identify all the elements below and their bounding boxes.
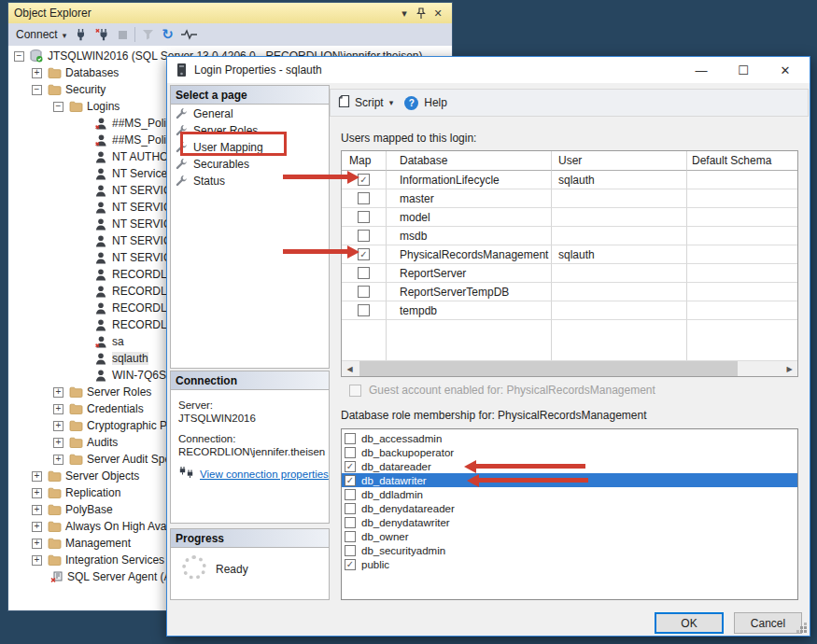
- tree-item-audits[interactable]: +Audits: [53, 434, 118, 451]
- table-cell[interactable]: [687, 283, 797, 301]
- table-cell[interactable]: [687, 227, 797, 245]
- checked-checkbox[interactable]: ✓: [345, 475, 356, 486]
- page-item-status[interactable]: Status: [176, 173, 225, 189]
- table-cell[interactable]: msdb: [387, 227, 552, 245]
- collapse-icon[interactable]: −: [53, 102, 63, 112]
- expand-icon[interactable]: +: [32, 555, 42, 566]
- expand-icon[interactable]: +: [53, 421, 63, 431]
- tree-item-integration-services[interactable]: +Integration Services: [32, 552, 164, 568]
- tree-item-server-roles[interactable]: +Server Roles: [53, 384, 151, 400]
- role-row-db-ddladmin[interactable]: db_ddladmin: [342, 487, 797, 501]
- close-button[interactable]: ✕: [770, 59, 800, 81]
- help-button[interactable]: Help: [424, 96, 447, 109]
- table-cell[interactable]: [687, 301, 797, 320]
- resize-grip[interactable]: [804, 630, 807, 633]
- unchecked-checkbox[interactable]: [345, 433, 356, 444]
- user-mapping-table[interactable]: MapDatabaseUserDefault Schema✓Informatio…: [341, 150, 798, 377]
- table-cell[interactable]: ReportServerTempDB: [387, 283, 552, 301]
- table-row-model[interactable]: model: [342, 208, 797, 227]
- cancel-button[interactable]: Cancel: [734, 612, 802, 634]
- close-icon[interactable]: ✕: [430, 6, 446, 21]
- expand-icon[interactable]: +: [32, 505, 42, 515]
- table-cell[interactable]: master: [387, 189, 552, 208]
- expand-icon[interactable]: +: [32, 522, 42, 532]
- tree-item-nt-service-m[interactable]: NT Service\M: [77, 165, 179, 182]
- table-cell[interactable]: [687, 208, 797, 227]
- tree-item-cryptographic-p[interactable]: +Cryptographic P: [53, 417, 167, 434]
- table-cell[interactable]: [552, 227, 687, 245]
- table-row-msdb[interactable]: msdb: [342, 227, 797, 245]
- table-cell[interactable]: model: [387, 208, 552, 227]
- role-row-db-denydatareader[interactable]: db_denydatareader: [342, 501, 797, 515]
- tree-item-replication[interactable]: +Replication: [32, 484, 120, 501]
- table-cell[interactable]: tempdb: [387, 301, 552, 320]
- maximize-button[interactable]: ☐: [728, 59, 758, 81]
- activity-monitor-icon[interactable]: [177, 25, 201, 45]
- help-icon[interactable]: ?: [404, 96, 418, 110]
- expand-icon[interactable]: +: [53, 438, 63, 448]
- unchecked-checkbox[interactable]: [345, 545, 356, 556]
- role-row-db-backupoperator[interactable]: db_backupoperator: [342, 445, 797, 459]
- table-row-reportserver[interactable]: ReportServer: [342, 264, 797, 283]
- table-cell[interactable]: [687, 189, 797, 208]
- tree-item-win-7q6sh8[interactable]: WIN-7Q6SH8: [77, 367, 180, 384]
- unchecked-checkbox[interactable]: [345, 503, 356, 514]
- expand-icon[interactable]: +: [32, 539, 42, 549]
- expand-icon[interactable]: +: [32, 488, 42, 498]
- unchecked-checkbox[interactable]: [345, 517, 356, 528]
- tree-item-server-audit-spe[interactable]: +Server Audit Spe: [53, 451, 171, 468]
- table-row-physicalrecordsmanagement[interactable]: ✓PhysicalRecordsManagementsqlauth: [342, 245, 797, 264]
- refresh-icon[interactable]: ↻: [158, 25, 177, 45]
- table-row-reportservertempdb[interactable]: ReportServerTempDB: [342, 283, 797, 301]
- window-position-chevron-icon[interactable]: ▾: [396, 6, 413, 21]
- tree-item-credentials[interactable]: +Credentials: [53, 400, 144, 417]
- table-row-master[interactable]: master: [342, 189, 797, 208]
- tree-item-server-objects[interactable]: +Server Objects: [32, 468, 139, 484]
- table-cell[interactable]: PhysicalRecordsManagement: [387, 245, 552, 264]
- collapse-icon[interactable]: −: [14, 51, 24, 62]
- tree-item-management[interactable]: +Management: [32, 535, 131, 552]
- connect-button[interactable]: Connect ▾: [12, 25, 70, 45]
- scroll-left-icon[interactable]: ◀: [342, 361, 358, 377]
- expand-icon[interactable]: +: [32, 471, 42, 482]
- table-cell[interactable]: ReportServer: [387, 264, 552, 283]
- table-cell[interactable]: sqlauth: [552, 171, 687, 189]
- tree-item-sql-server-agent-a[interactable]: SQL Server Agent (A: [32, 568, 172, 585]
- expand-icon[interactable]: +: [53, 455, 63, 465]
- unchecked-checkbox[interactable]: [345, 531, 356, 542]
- tree-item-sa[interactable]: sa: [77, 333, 124, 350]
- scrollbar-thumb[interactable]: [359, 361, 738, 377]
- script-button[interactable]: Script: [355, 96, 384, 109]
- role-row-db-securityadmin[interactable]: db_securityadmin: [342, 543, 797, 557]
- unchecked-checkbox[interactable]: [358, 192, 370, 204]
- unchecked-checkbox[interactable]: [345, 447, 356, 458]
- tree-item-sqlauth[interactable]: sqlauth: [77, 350, 148, 367]
- minimize-button[interactable]: —: [686, 59, 716, 81]
- tree-item-databases[interactable]: +Databases: [32, 64, 119, 81]
- unchecked-checkbox[interactable]: [358, 230, 370, 242]
- table-cell[interactable]: [552, 264, 687, 283]
- table-cell[interactable]: sqlauth: [552, 245, 687, 264]
- ok-button[interactable]: OK: [655, 612, 724, 634]
- table-cell[interactable]: [687, 171, 797, 189]
- table-cell[interactable]: [552, 189, 687, 208]
- table-cell[interactable]: InformationLifecycle: [387, 171, 552, 189]
- page-item-securables[interactable]: Securables: [176, 156, 249, 173]
- tree-item-ms-policy[interactable]: ##MS_Policy: [77, 115, 177, 132]
- checked-checkbox[interactable]: ✓: [345, 559, 356, 570]
- tree-item-security[interactable]: −Security: [32, 81, 106, 98]
- connect-plug-icon[interactable]: [70, 25, 92, 45]
- role-row-db-accessadmin[interactable]: db_accessadmin: [342, 431, 797, 445]
- table-row-informationlifecycle[interactable]: ✓InformationLifecyclesqlauth: [342, 171, 797, 189]
- collapse-icon[interactable]: −: [32, 85, 42, 95]
- horizontal-scrollbar[interactable]: ◀▶: [342, 360, 797, 376]
- table-row-tempdb[interactable]: tempdb: [342, 301, 797, 320]
- unchecked-checkbox[interactable]: [358, 211, 370, 223]
- unchecked-checkbox[interactable]: [358, 304, 370, 316]
- expand-icon[interactable]: +: [53, 404, 63, 414]
- disconnect-plug-icon[interactable]: [92, 25, 114, 45]
- view-connection-properties-link[interactable]: View connection properties: [200, 469, 329, 480]
- tree-item-nt-author[interactable]: NT AUTHOR: [77, 148, 176, 165]
- page-item-general[interactable]: General: [176, 105, 233, 122]
- table-cell[interactable]: [687, 264, 797, 283]
